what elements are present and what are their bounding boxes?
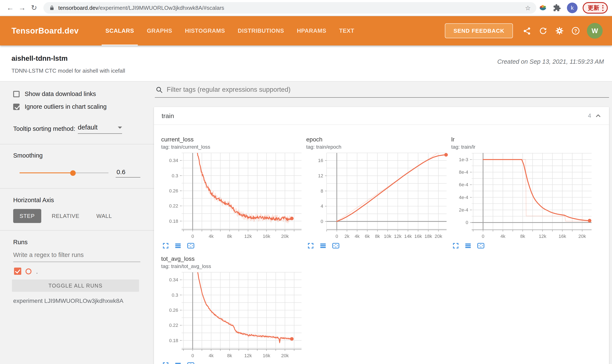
url-text: tensorboard.dev/experiment/LJI9MWUORLOw3… xyxy=(58,5,224,11)
chart-plot-tot-avg-loss[interactable]: 04k8k12k16k20k0.180.220.260.30.34 xyxy=(161,270,306,362)
svg-text:12: 12 xyxy=(318,173,323,178)
fruit-extension-icon[interactable] xyxy=(536,4,550,12)
chart-plot-epoch[interactable]: 02k4k6k8k10k12k14k16k18k20k0481216 xyxy=(306,150,451,242)
svg-text:16k: 16k xyxy=(414,234,422,239)
back-icon[interactable]: ← xyxy=(4,4,16,12)
show-download-links-checkbox[interactable] xyxy=(13,91,20,97)
address-bar[interactable]: tensorboard.dev/experiment/LJI9MWUORLOw3… xyxy=(43,2,536,13)
nav-tabs: SCALARS GRAPHS HISTOGRAMS DISTRIBUTIONS … xyxy=(99,16,361,45)
svg-text:10k: 10k xyxy=(384,234,391,239)
svg-text:20k: 20k xyxy=(281,234,289,239)
tab-text[interactable]: TEXT xyxy=(333,16,361,45)
bookmark-star-icon[interactable]: ☆ xyxy=(525,4,531,12)
svg-text:4k: 4k xyxy=(209,353,214,358)
smoothing-value[interactable]: 0.6 xyxy=(116,168,140,178)
svg-text:0.18: 0.18 xyxy=(169,219,178,224)
content: Show data download links Ignore outliers… xyxy=(0,81,612,364)
chart-title: tot_avg_loss xyxy=(161,255,306,262)
runs-selector-icon[interactable] xyxy=(174,242,181,249)
chrome-update-label: 更新 xyxy=(588,4,599,12)
svg-text:14k: 14k xyxy=(404,234,412,239)
expand-chart-icon[interactable] xyxy=(452,242,459,249)
chart-toolbar xyxy=(307,242,451,249)
experiment-description: TDNN-LSTM CTC model for aishell with ice… xyxy=(12,67,612,74)
svg-text:0.3: 0.3 xyxy=(172,173,178,178)
svg-text:6k: 6k xyxy=(365,234,370,239)
svg-text:6e-4: 6e-4 xyxy=(459,182,468,187)
chart-tot-avg-loss: tot_avg_loss tag: train/tot_avg_loss 04k… xyxy=(161,255,306,364)
help-icon[interactable]: ? xyxy=(567,22,584,39)
svg-text:8e-4: 8e-4 xyxy=(459,169,468,175)
reload-icon[interactable]: ↻ xyxy=(28,3,40,12)
train-section-header[interactable]: train 4 xyxy=(154,107,609,125)
tensorboard-appbar: TensorBoard.dev SCALARS GRAPHS HISTOGRAM… xyxy=(0,16,612,45)
refresh-icon[interactable] xyxy=(535,22,551,39)
chevron-up-icon[interactable] xyxy=(595,113,601,119)
tab-hparams[interactable]: HPARAMS xyxy=(291,16,333,45)
axis-wall-button[interactable]: WALL xyxy=(90,209,118,223)
runs-filter-input[interactable] xyxy=(13,251,140,262)
browser-profile-avatar[interactable]: k xyxy=(567,2,578,13)
axis-relative-button[interactable]: RELATIVE xyxy=(45,209,86,223)
runs-experiment-label: experiment LJI9MWUORLOw3jkdhxwk8A xyxy=(13,297,154,304)
svg-text:12k: 12k xyxy=(244,353,252,358)
tab-graphs[interactable]: GRAPHS xyxy=(140,16,178,45)
tag-filter-input[interactable] xyxy=(167,86,609,93)
svg-text:8k: 8k xyxy=(227,234,232,239)
brand-logo: TensorBoard.dev xyxy=(12,26,79,36)
chrome-update-button[interactable]: 更新 xyxy=(583,2,608,13)
puzzle-extension-icon[interactable] xyxy=(550,4,564,12)
tab-histograms[interactable]: HISTOGRAMS xyxy=(179,16,232,45)
runs-selector-icon[interactable] xyxy=(320,242,327,249)
svg-text:8k: 8k xyxy=(520,234,525,239)
chart-tag: tag: train/tot_avg_loss xyxy=(161,263,306,269)
smoothing-slider[interactable] xyxy=(20,172,109,173)
run-name: . xyxy=(36,268,38,274)
runs-selector-icon[interactable] xyxy=(464,242,472,249)
runs-selector-icon[interactable] xyxy=(174,362,181,364)
share-icon[interactable] xyxy=(519,22,535,39)
svg-text:0: 0 xyxy=(191,234,194,239)
chart-tag: tag: train/epoch xyxy=(306,144,451,150)
toggle-all-runs-button[interactable]: TOGGLE ALL RUNS xyxy=(12,279,139,292)
chart-plot-current-loss[interactable]: 04k8k12k16k20k0.180.220.260.30.34 xyxy=(161,150,306,242)
horizontal-axis-buttons: STEP RELATIVE WALL xyxy=(13,209,154,223)
section-name: train xyxy=(162,112,174,119)
svg-text:2e-4: 2e-4 xyxy=(459,207,468,213)
svg-text:0.3: 0.3 xyxy=(172,292,178,298)
svg-text:0: 0 xyxy=(321,219,323,224)
url-path: /experiment/LJI9MWUORLOw3jkdhxwk8A/#scal… xyxy=(98,5,224,11)
tab-scalars[interactable]: SCALARS xyxy=(99,16,140,45)
ignore-outliers-checkbox[interactable] xyxy=(13,104,20,110)
svg-text:20k: 20k xyxy=(435,234,442,239)
fit-domain-icon[interactable] xyxy=(477,242,485,249)
smoothing-slider-handle[interactable] xyxy=(70,170,76,176)
svg-text:0.22: 0.22 xyxy=(169,323,178,328)
send-feedback-button[interactable]: SEND FEEDBACK xyxy=(445,23,513,38)
runs-label: Runs xyxy=(13,239,154,246)
chart-plot-lr[interactable]: 04k8k12k16k20k02e-44e-46e-48e-41e-3 xyxy=(451,150,596,242)
svg-text:4k: 4k xyxy=(355,234,360,239)
section-chart-count: 4 xyxy=(588,113,591,119)
expand-chart-icon[interactable] xyxy=(162,362,169,364)
settings-gear-icon[interactable] xyxy=(551,22,567,39)
chart-toolbar xyxy=(452,242,596,249)
tensorboard-page: ← → ↻ tensorboard.dev/experiment/LJI9MWU… xyxy=(0,0,612,364)
browser-menu-icon[interactable] xyxy=(602,5,603,11)
chart-title: current_loss xyxy=(161,136,306,143)
expand-chart-icon[interactable] xyxy=(162,242,169,249)
fit-domain-icon[interactable] xyxy=(332,242,340,249)
svg-text:0.18: 0.18 xyxy=(169,338,178,343)
run-checkbox[interactable] xyxy=(14,268,21,275)
expand-chart-icon[interactable] xyxy=(307,242,314,249)
forward-icon[interactable]: → xyxy=(16,4,28,12)
svg-text:8k: 8k xyxy=(227,353,232,358)
tooltip-sorting-select[interactable]: default xyxy=(78,124,122,134)
fit-domain-icon[interactable] xyxy=(187,362,195,364)
account-avatar[interactable]: W xyxy=(587,23,603,39)
tab-distributions[interactable]: DISTRIBUTIONS xyxy=(231,16,291,45)
fit-domain-icon[interactable] xyxy=(187,242,195,249)
axis-step-button[interactable]: STEP xyxy=(13,209,41,223)
tag-filter-row xyxy=(155,86,609,98)
svg-text:0: 0 xyxy=(335,234,338,239)
